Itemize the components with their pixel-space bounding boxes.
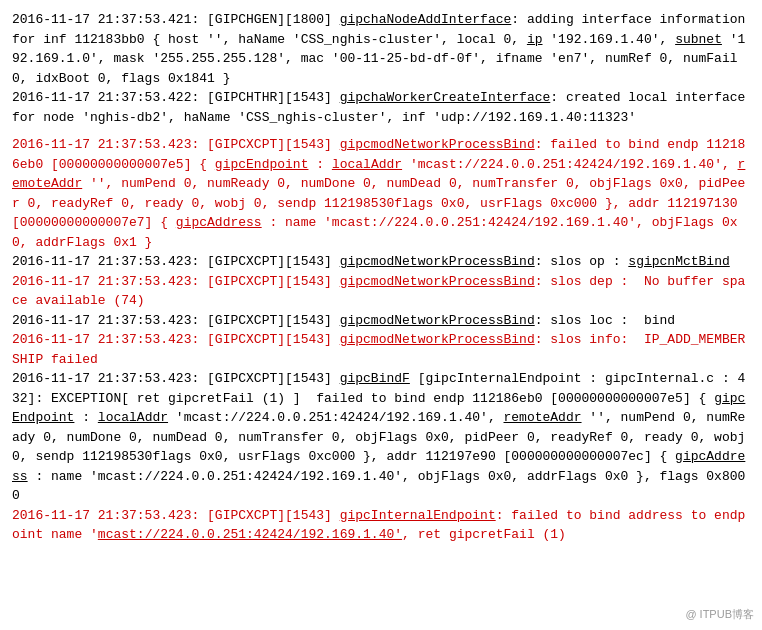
log-line: 2016-11-17 21:37:53.423: [GIPCXCPT][1543… [12,252,750,272]
log-segment-underline: gipcEndpoint [215,157,309,172]
log-line: 2016-11-17 21:37:53.423: [GIPCXCPT][1543… [12,330,750,369]
log-segment-underline: gipcAddress [176,215,262,230]
log-segment-underline: subnet [675,32,722,47]
log-segment-underline: gipcmodNetworkProcessBind [340,332,535,347]
log-segment-underline: gipchaWorkerCreateInterface [340,90,551,105]
log-line: 2016-11-17 21:37:53.422: [GIPCHTHR][1543… [12,88,750,127]
log-segment-underline: gipcmodNetworkProcessBind [340,137,535,152]
log-line: 2016-11-17 21:37:53.423: [GIPCXCPT][1543… [12,272,750,311]
log-segment-underline: ip [527,32,543,47]
log-segment-underline: sgipcnMctBind [628,254,729,269]
log-segment-underline: remoteAddr [504,410,582,425]
log-spacer [12,127,750,135]
log-segment-underline: gipcAddress [12,449,745,484]
log-line: 2016-11-17 21:37:53.421: [GIPCHGEN][1800… [12,10,750,88]
log-line: 2016-11-17 21:37:53.423: [GIPCXCPT][1543… [12,506,750,545]
watermark: @ ITPUB博客 [685,606,754,623]
log-segment-underline: gipcBindF [340,371,410,386]
log-segment-underline: gipcmodNetworkProcessBind [340,254,535,269]
log-segment-underline: gipcmodNetworkProcessBind [340,313,535,328]
log-line: 2016-11-17 21:37:53.423: [GIPCXCPT][1543… [12,369,750,506]
log-segment-underline: gipcmodNetworkProcessBind [340,274,535,289]
log-segment-underline: mcast://224.0.0.251:42424/192.169.1.40' [98,527,402,542]
log-segment-underline: gipchaNodeAddInterface [340,12,512,27]
log-segment-underline: gipcInternalEndpoint [340,508,496,523]
log-container: 2016-11-17 21:37:53.421: [GIPCHGEN][1800… [12,10,750,545]
log-segment-underline: localAddr [332,157,402,172]
log-line: 2016-11-17 21:37:53.423: [GIPCXCPT][1543… [12,311,750,331]
log-segment-underline: localAddr [98,410,168,425]
log-line: 2016-11-17 21:37:53.423: [GIPCXCPT][1543… [12,135,750,252]
